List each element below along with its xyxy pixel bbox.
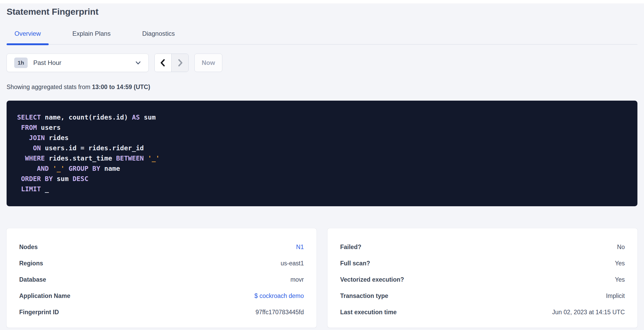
page-title: Statement Fingerprint [7, 7, 637, 17]
row-label: Nodes [19, 244, 38, 251]
table-row: Transaction type Implicit [340, 288, 625, 304]
page-content: Statement Fingerprint Overview Explain P… [0, 7, 644, 328]
prev-time-window-button[interactable] [155, 54, 172, 72]
table-row: Regions us-east1 [19, 255, 304, 271]
row-label: Vectorized execution? [340, 276, 404, 283]
time-range-label: Past Hour [33, 59, 62, 66]
row-label: Application Name [19, 292, 70, 300]
row-label: Last execution time [340, 309, 397, 316]
row-value: 97ffc170783445fd [255, 309, 304, 316]
table-row: Fingerprint ID 97ffc170783445fd [19, 304, 304, 320]
tab-explain-plans[interactable]: Explain Plans [64, 30, 118, 44]
node-link[interactable]: N1 [296, 244, 304, 251]
tab-overview[interactable]: Overview [7, 30, 49, 44]
tab-diagnostics[interactable]: Diagnostics [134, 30, 183, 44]
table-row: Database movr [19, 271, 304, 288]
details-cards: Nodes N1 Regions us-east1 Database movr … [7, 228, 637, 328]
next-time-window-button[interactable] [172, 54, 188, 72]
stats-line-prefix: Showing aggregated stats from [7, 84, 92, 90]
execution-attributes-card-right: Failed? No Full scan? Yes Vectorized exe… [328, 228, 637, 328]
row-label: Transaction type [340, 292, 388, 300]
time-interval-badge: 1h [14, 58, 28, 68]
row-label: Full scan? [340, 260, 370, 267]
row-value: Jun 02, 2023 at 14:15 UTC [552, 309, 625, 316]
time-controls: 1h Past Hour [7, 54, 637, 72]
table-row: Failed? No [340, 239, 625, 255]
table-row: Last execution time Jun 02, 2023 at 14:1… [340, 304, 625, 320]
stats-line-range: 13:00 to 14:59 (UTC) [92, 84, 150, 90]
aggregated-stats-line: Showing aggregated stats from 13:00 to 1… [7, 84, 637, 91]
chevron-down-icon [134, 59, 142, 67]
row-value: No [617, 244, 625, 251]
row-label: Regions [19, 260, 43, 267]
now-button[interactable]: Now [194, 54, 222, 72]
table-row: Vectorized execution? Yes [340, 271, 625, 288]
row-value: Yes [615, 276, 625, 283]
statement-details-card-left: Nodes N1 Regions us-east1 Database movr … [7, 228, 316, 328]
time-window-pager [154, 54, 189, 72]
top-strip [0, 0, 644, 3]
chevron-right-icon [175, 58, 185, 68]
chevron-left-icon [158, 58, 168, 68]
row-label: Failed? [340, 244, 361, 251]
time-range-select[interactable]: 1h Past Hour [7, 54, 149, 72]
row-value: us-east1 [281, 260, 304, 267]
row-value: movr [290, 276, 304, 283]
row-label: Fingerprint ID [19, 309, 59, 316]
sql-statement: SELECT name, count(rides.id) AS sum FROM… [7, 101, 637, 206]
application-name-link[interactable]: $ cockroach demo [254, 292, 304, 300]
table-row: Full scan? Yes [340, 255, 625, 271]
table-row: Application Name $ cockroach demo [19, 288, 304, 304]
row-value: Yes [615, 260, 625, 267]
row-label: Database [19, 276, 46, 283]
row-value: Implicit [606, 292, 625, 300]
table-row: Nodes N1 [19, 239, 304, 255]
tabs-bar: Overview Explain Plans Diagnostics [7, 30, 637, 45]
